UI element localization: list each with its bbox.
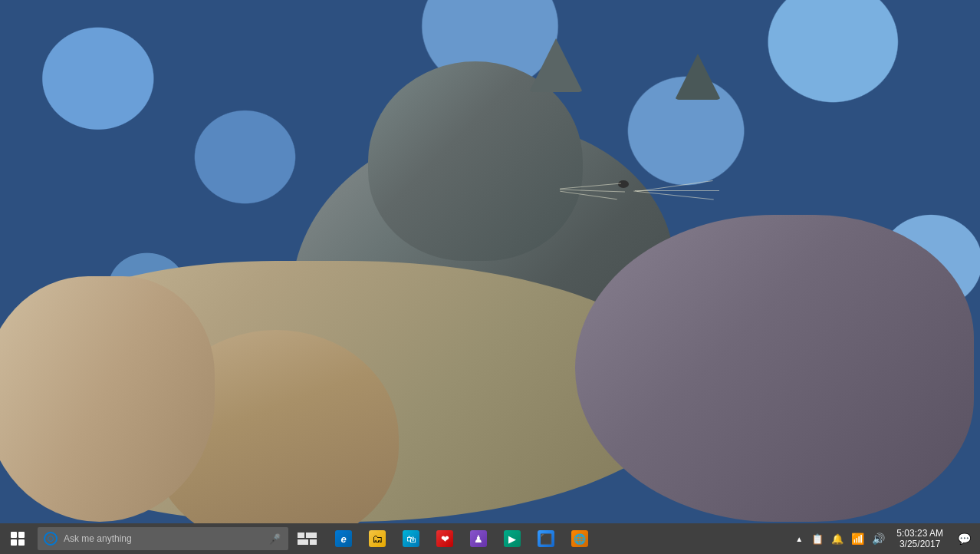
cat-right-mass bbox=[575, 215, 974, 522]
action-center-icon: 💬 bbox=[958, 533, 971, 545]
taskbar-app-5[interactable]: ♟ bbox=[462, 523, 495, 554]
dark-cat-ear-right bbox=[675, 54, 721, 100]
taskbar-app-edge[interactable]: e bbox=[327, 523, 360, 554]
taskbar-app-6[interactable]: ▶ bbox=[495, 523, 529, 554]
task-view-top-row bbox=[298, 533, 317, 538]
tray-overflow-button[interactable]: ▲ bbox=[791, 523, 807, 554]
dark-cat-head bbox=[368, 61, 583, 261]
win-quad-tl bbox=[11, 532, 17, 538]
voice-search-icon[interactable]: 🎤 bbox=[267, 531, 282, 546]
taskbar-app-4[interactable]: ❤ bbox=[428, 523, 462, 554]
search-placeholder-text: Ask me anything bbox=[64, 533, 132, 544]
task-view-bottom-row bbox=[298, 539, 317, 545]
cat-illustration bbox=[0, 0, 980, 523]
tv-rect-2 bbox=[306, 533, 317, 538]
taskbar: Ask me anything 🎤 e 🗂 🛍 bbox=[0, 523, 980, 554]
win-quad-br bbox=[18, 539, 25, 546]
whisker-5 bbox=[635, 190, 719, 191]
app6-icon: ▶ bbox=[504, 530, 521, 547]
tray-icons-group: 📋 🔔 📶 🔊 bbox=[807, 523, 889, 554]
action-center-button[interactable]: 💬 bbox=[951, 523, 977, 554]
store-icon: 🛍 bbox=[403, 530, 419, 547]
taskbar-pinned-apps: e 🗂 🛍 ❤ ♟ ▶ ⬛ 🌐 bbox=[327, 523, 597, 554]
tray-icon-2[interactable]: 🔔 bbox=[827, 523, 847, 554]
volume-icon: 🔊 bbox=[872, 533, 885, 545]
dark-cat-ear-left bbox=[529, 38, 583, 92]
dark-cat-nose bbox=[618, 180, 629, 188]
clock-time: 5:03:23 AM bbox=[896, 528, 943, 539]
app5-icon: ♟ bbox=[470, 530, 487, 547]
system-tray: ▲ 📋 🔔 📶 🔊 5:03:23 AM 3/25/2017 💬 bbox=[791, 523, 980, 554]
win-quad-tr bbox=[18, 532, 25, 538]
edge-icon: e bbox=[335, 530, 352, 547]
tray-icon-network[interactable]: 📶 bbox=[847, 523, 868, 554]
explorer-icon: 🗂 bbox=[369, 530, 386, 547]
app7-icon: ⬛ bbox=[538, 530, 554, 547]
windows-logo bbox=[11, 532, 25, 546]
task-view-button[interactable] bbox=[290, 523, 324, 554]
cortana-ring bbox=[48, 536, 54, 542]
tv-rect-1 bbox=[298, 533, 304, 538]
taskbar-app-explorer[interactable]: 🗂 bbox=[360, 523, 394, 554]
desktop-wallpaper bbox=[0, 0, 980, 523]
tv-rect-4 bbox=[310, 539, 317, 545]
tray-overflow-chevron: ▲ bbox=[795, 535, 803, 543]
task-view-icon bbox=[298, 533, 317, 545]
clock-date: 3/25/2017 bbox=[899, 539, 940, 549]
start-button[interactable] bbox=[0, 523, 35, 554]
tray-icon-2-symbol: 🔔 bbox=[831, 533, 844, 545]
tray-icon-1[interactable]: 📋 bbox=[807, 523, 827, 554]
app4-icon: ❤ bbox=[436, 530, 453, 547]
tray-icon-1-symbol: 📋 bbox=[811, 533, 824, 545]
task-view-squares bbox=[298, 533, 317, 545]
clock-area[interactable]: 5:03:23 AM 3/25/2017 bbox=[889, 523, 951, 554]
taskbar-app-8[interactable]: 🌐 bbox=[563, 523, 597, 554]
cortana-icon bbox=[44, 532, 58, 546]
taskbar-app-store[interactable]: 🛍 bbox=[394, 523, 428, 554]
tv-rect-3 bbox=[298, 539, 308, 545]
taskbar-app-7[interactable]: ⬛ bbox=[529, 523, 563, 554]
tray-icon-volume[interactable]: 🔊 bbox=[868, 523, 889, 554]
win-quad-bl bbox=[11, 539, 17, 546]
cortana-search-bar[interactable]: Ask me anything 🎤 bbox=[38, 527, 288, 550]
network-icon: 📶 bbox=[851, 533, 864, 545]
app8-icon: 🌐 bbox=[571, 530, 588, 547]
